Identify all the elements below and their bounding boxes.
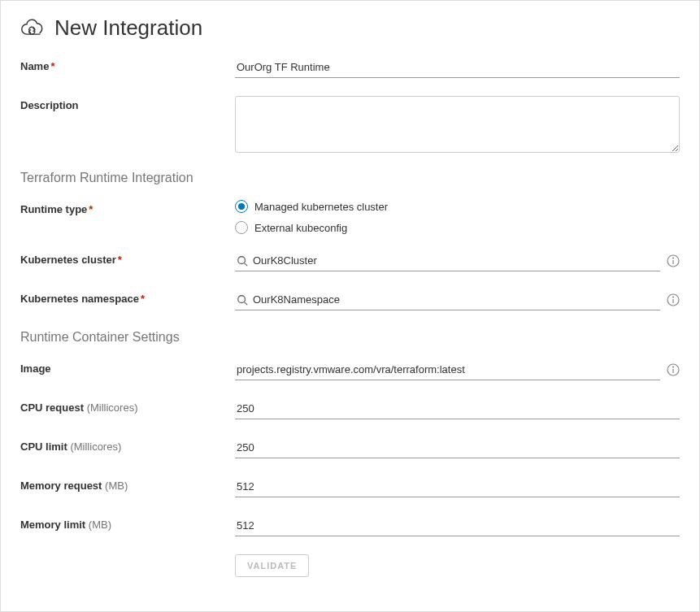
info-icon[interactable] [667,254,680,267]
field-name: Name* [20,57,680,80]
cpu-request-input[interactable] [235,398,680,419]
svg-line-1 [245,263,248,267]
label-runtime-type: Runtime type* [20,200,235,215]
runtime-type-radio-group: Managed kubernetes cluster External kube… [235,200,388,234]
radio-label: Managed kubernetes cluster [254,201,388,213]
field-image: Image [20,359,680,382]
image-input[interactable] [235,359,660,380]
field-k8s-namespace: Kubernetes namespace* [20,289,680,312]
svg-point-9 [673,297,674,297]
memory-limit-input[interactable] [235,515,680,536]
radio-icon [235,200,248,213]
name-input[interactable] [235,57,680,78]
radio-managed-k8s[interactable]: Managed kubernetes cluster [235,200,388,213]
info-icon[interactable] [667,293,680,306]
label-k8s-namespace: Kubernetes namespace* [20,289,235,305]
radio-icon [235,221,248,234]
label-image: Image [20,359,235,375]
radio-external-kubeconfig[interactable]: External kubeconfig [235,221,388,234]
svg-point-0 [238,257,246,264]
field-runtime-type: Runtime type* Managed kubernetes cluster… [20,200,680,234]
radio-label: External kubeconfig [254,222,347,234]
section-container-header: Runtime Container Settings [20,330,680,345]
field-cpu-limit: CPU limit (Millicores) [20,437,680,460]
validate-row: Validate [20,554,680,577]
field-cpu-request: CPU request (Millicores) [20,398,680,421]
section-runtime-header: Terraform Runtime Integration [20,171,680,185]
k8s-cluster-input[interactable] [235,250,660,271]
info-icon[interactable] [667,363,680,376]
svg-point-5 [238,296,246,303]
page-header: New Integration [20,15,680,41]
label-k8s-cluster: Kubernetes cluster* [20,250,235,266]
svg-point-12 [673,367,674,367]
validate-button[interactable]: Validate [235,554,309,577]
cpu-limit-input[interactable] [235,437,680,458]
svg-point-4 [673,258,674,258]
label-description: Description [20,96,235,111]
label-name: Name* [20,57,235,72]
field-description: Description [20,96,680,153]
label-cpu-limit: CPU limit (Millicores) [20,437,235,453]
field-memory-limit: Memory limit (MB) [20,515,680,538]
page-title: New Integration [54,15,202,41]
memory-request-input[interactable] [235,476,680,497]
label-cpu-request: CPU request (Millicores) [20,398,235,414]
label-memory-request: Memory request (MB) [20,476,235,492]
k8s-namespace-input[interactable] [235,289,660,310]
field-memory-request: Memory request (MB) [20,476,680,499]
description-textarea[interactable] [235,96,680,153]
svg-line-6 [245,302,248,306]
label-memory-limit: Memory limit (MB) [20,515,235,531]
field-k8s-cluster: Kubernetes cluster* [20,250,680,273]
search-icon [237,255,248,267]
search-icon [237,294,248,306]
cloud-sync-icon [20,17,46,40]
